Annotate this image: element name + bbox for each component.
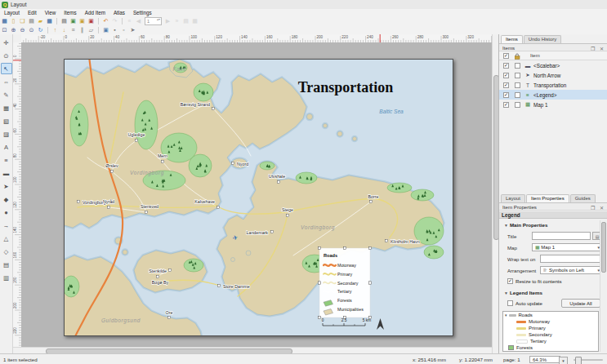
edit-nodes-item-tool[interactable]: ✎	[1, 89, 12, 100]
add-picture-tool[interactable]: ▨	[1, 128, 12, 140]
auto-update-checkbox[interactable]	[507, 300, 513, 306]
item-lock-checkbox[interactable]	[515, 82, 520, 88]
add-legend-tool[interactable]: ≡	[1, 154, 12, 166]
selection-handle[interactable]	[343, 246, 346, 249]
open-layout-button[interactable]: ▰	[37, 17, 45, 24]
zoom-in-button[interactable]: ⊕	[10, 26, 18, 33]
menu-add-item[interactable]: Add Item	[81, 10, 109, 16]
atlas-page-spinbox[interactable]: 1▴▾	[145, 17, 162, 25]
selection-handle[interactable]	[318, 282, 320, 284]
selection-handle[interactable]	[318, 246, 320, 249]
add-marker-tool[interactable]: ●	[1, 206, 12, 218]
title-input[interactable]	[532, 232, 591, 240]
item-lock-checkbox[interactable]	[515, 92, 520, 98]
undo-button[interactable]: ↶	[102, 17, 110, 24]
save-project-button[interactable]: ▦	[1, 17, 9, 24]
item-row-scalebar[interactable]: ✓▬<Scalebar>	[499, 60, 607, 70]
legend-tree-item[interactable]: Tertiary	[503, 338, 598, 344]
group-items-button[interactable]: ▣	[102, 26, 110, 33]
zoom-slider[interactable]	[574, 359, 603, 361]
legend-tree-item[interactable]: Municipalities	[503, 351, 598, 352]
item-lock-checkbox[interactable]	[515, 63, 520, 69]
tab-items[interactable]: Items	[501, 35, 523, 43]
add-html-tool[interactable]: ◇	[1, 246, 12, 257]
menu-layout[interactable]: Layout	[0, 10, 24, 16]
item-visibility-checkbox[interactable]: ✓	[503, 73, 509, 78]
update-all-button[interactable]: Update All	[561, 299, 600, 308]
add-node-item-tool[interactable]: △	[1, 233, 12, 244]
item-row-label[interactable]: ✓TTransportation	[499, 80, 607, 90]
menu-settings[interactable]: Settings	[129, 10, 156, 16]
spinbox-arrows[interactable]: ▴▾	[157, 18, 160, 21]
export-pdf-button[interactable]: ▣	[87, 17, 96, 24]
align-items-button[interactable]: ≡	[69, 26, 78, 33]
legend-items-tree[interactable]: ▾RoadsMotorwayPrimarySecondaryTertiaryFo…	[502, 311, 599, 352]
legend-tree-item[interactable]: Motorway	[503, 318, 598, 325]
add-label-tool[interactable]: A	[1, 141, 12, 153]
menu-atlas[interactable]: Atlas	[109, 10, 129, 16]
atlas-prev-button[interactable]: ◀	[135, 17, 143, 24]
raise-items-button[interactable]: ↑	[51, 26, 60, 33]
wrap-text-input[interactable]	[540, 255, 602, 263]
print-button[interactable]: ▤	[60, 17, 69, 24]
item-row-legend[interactable]: ✓≡<Legend>	[499, 90, 607, 100]
add-3d-map-tool[interactable]: ▧	[1, 115, 12, 127]
atlas-export-button[interactable]: ▦	[191, 17, 199, 24]
move-to-front-button[interactable]: ➤	[129, 26, 137, 33]
expander-icon[interactable]: ▾	[505, 313, 507, 317]
selection-handle[interactable]	[318, 316, 320, 318]
arrangement-combobox[interactable]: ⊪ Symbols on Left▼	[540, 266, 602, 274]
zoom-actual-button[interactable]: ⊙	[28, 26, 36, 33]
refresh-view-button[interactable]: ↻	[37, 26, 45, 33]
menu-view[interactable]: View	[41, 10, 60, 16]
move-item-content-tool[interactable]: ⇔	[1, 76, 12, 87]
redo-button[interactable]: ↷	[111, 17, 119, 24]
tab-guides[interactable]: Guides	[570, 194, 596, 202]
auto-update-row[interactable]: Auto update	[507, 300, 542, 306]
resize-checkbox-row[interactable]: ✓ Resize to fit contents	[507, 278, 562, 284]
item-visibility-checkbox[interactable]: ✓	[503, 92, 509, 98]
item-lock-checkbox[interactable]	[515, 73, 520, 78]
unlock-items-button[interactable]: ▫	[120, 26, 128, 33]
map-item[interactable]: FaxeVordingborgVordingborgGuldborgsund B…	[65, 60, 453, 335]
pan-layout-tool[interactable]: ✛	[1, 37, 12, 48]
map-combobox[interactable]: ▦ Map 1▼	[532, 243, 602, 251]
select-move-item-tool[interactable]: ↖	[1, 63, 12, 74]
menu-items[interactable]: Items	[60, 10, 80, 16]
layout-manager-button[interactable]: ▤	[28, 17, 36, 24]
add-map-tool[interactable]: ▦	[1, 102, 12, 113]
layout-canvas[interactable]: FaxeVordingborgVordingborgGuldborgsund B…	[21, 42, 492, 347]
resize-items-button[interactable]: ▱	[87, 26, 96, 33]
item-visibility-checkbox[interactable]: ✓	[503, 63, 509, 69]
menu-edit[interactable]: Edit	[24, 10, 41, 16]
add-attribute-table-tool[interactable]: ▤	[1, 259, 12, 270]
zoom-out-button[interactable]: ⊖	[19, 26, 27, 33]
lock-items-button[interactable]: ▪	[111, 26, 119, 33]
atlas-first-button[interactable]: «	[126, 17, 134, 24]
selection-handle[interactable]	[368, 282, 371, 284]
map-title-label[interactable]: Transportation	[298, 79, 394, 95]
duplicate-layout-button[interactable]: ❏	[19, 17, 27, 24]
main-properties-header[interactable]: ▼Main Properties	[504, 222, 547, 228]
zoom-full-button[interactable]: ⊡	[1, 26, 9, 33]
legend-tree-item[interactable]: Forests	[503, 344, 598, 351]
resize-checkbox[interactable]: ✓	[507, 278, 513, 284]
add-north-arrow-tool[interactable]: ➤	[1, 180, 12, 192]
add-fixed-table-tool[interactable]: ▥	[1, 272, 12, 283]
lower-items-button[interactable]: ↓	[60, 26, 69, 33]
layout-page[interactable]: FaxeVordingborgVordingborgGuldborgsund B…	[64, 59, 453, 336]
add-shape-tool[interactable]: ◆	[1, 193, 12, 205]
zoom-slider-knob[interactable]	[575, 357, 582, 364]
legend-items-header[interactable]: ▼Legend Items	[504, 290, 542, 295]
properties-scroll-thumb[interactable]	[601, 222, 606, 273]
item-row-map[interactable]: ✓▦Map 1	[499, 100, 607, 109]
tab-item-properties[interactable]: Item Properties	[526, 194, 569, 202]
legend-tree-item[interactable]: ▾Roads	[503, 312, 598, 318]
distribute-items-button[interactable]: ∥	[78, 26, 87, 33]
tab-layout[interactable]: Layout	[501, 194, 525, 202]
item-visibility-checkbox[interactable]: ✓	[503, 82, 509, 88]
atlas-settings-button[interactable]: ▤	[182, 17, 190, 24]
add-scalebar-tool[interactable]: ▬	[1, 167, 12, 179]
properties-scrollbar[interactable]	[600, 220, 606, 352]
save-as-button[interactable]: ▦	[46, 17, 54, 24]
